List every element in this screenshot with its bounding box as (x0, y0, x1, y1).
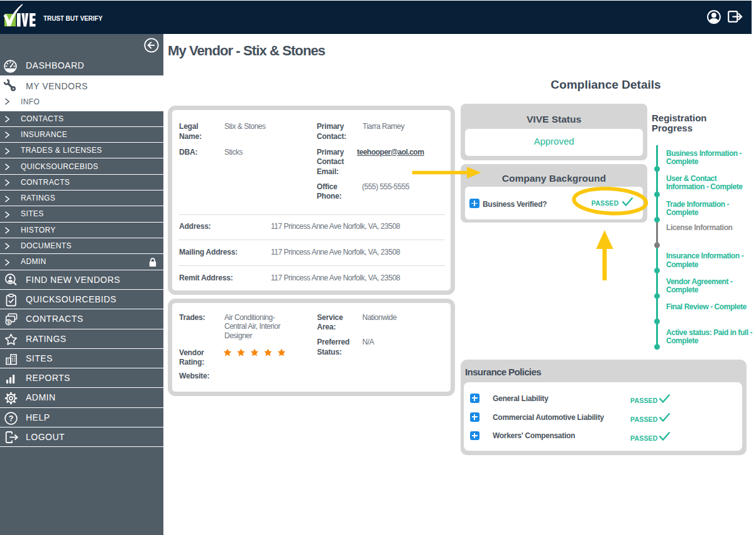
svg-text:?: ? (9, 414, 14, 423)
